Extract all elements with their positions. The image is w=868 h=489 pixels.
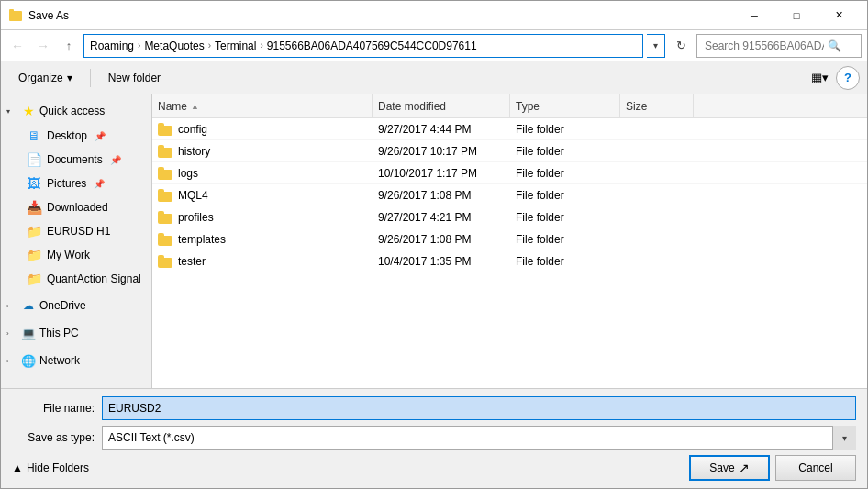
file-cell-size bbox=[620, 250, 694, 272]
hide-folders-label: Hide Folders bbox=[27, 461, 89, 474]
sidebar-item-documents[interactable]: 📄 Documents 📌 bbox=[1, 148, 151, 172]
file-cell-type: File folder bbox=[510, 250, 620, 272]
path-segment-id: 915566BA06ADA407569C544CC0D97611 bbox=[267, 39, 477, 52]
file-cell-date: 9/26/2017 1:08 PM bbox=[373, 228, 510, 250]
address-path[interactable]: Roaming › MetaQuotes › Terminal › 915566… bbox=[83, 34, 643, 58]
sidebar-section-network: › 🌐 Network bbox=[1, 348, 151, 373]
sidebar-label-desktop: Desktop bbox=[47, 129, 87, 142]
file-name-text: MQL4 bbox=[178, 189, 208, 202]
view-button[interactable]: ▦ ▾ bbox=[807, 65, 832, 91]
organize-button[interactable]: Organize ▾ bbox=[8, 65, 83, 91]
sidebar-section-thispc: › 💻 This PC bbox=[1, 320, 151, 346]
path-arrow-2: › bbox=[208, 40, 211, 50]
sidebar-header-quickaccess[interactable]: ▾ ★ Quick access bbox=[1, 98, 151, 124]
thispc-icon: 💻 bbox=[21, 326, 36, 340]
table-row[interactable]: tester 10/4/2017 1:35 PM File folder bbox=[152, 250, 867, 272]
file-name-text: logs bbox=[178, 167, 198, 180]
folder-icon bbox=[158, 123, 172, 136]
filename-input[interactable] bbox=[102, 396, 856, 420]
downloaded-icon: 📥 bbox=[27, 200, 41, 215]
refresh-button[interactable]: ↻ bbox=[669, 34, 693, 58]
column-header-type[interactable]: Type bbox=[510, 94, 620, 117]
path-segment-terminal: Terminal bbox=[215, 39, 256, 52]
sidebar-label-pictures: Pictures bbox=[47, 177, 86, 190]
file-cell-type: File folder bbox=[510, 140, 620, 161]
file-cell-type: File folder bbox=[510, 162, 620, 183]
save-label: Save bbox=[709, 461, 734, 474]
view-arrow-icon: ▾ bbox=[822, 71, 829, 84]
path-segment-metaquotes: MetaQuotes bbox=[144, 39, 204, 52]
filename-label: File name: bbox=[12, 402, 95, 415]
hide-folders-arrow-icon: ▲ bbox=[12, 461, 23, 474]
sidebar-item-desktop[interactable]: 🖥 Desktop 📌 bbox=[1, 124, 151, 148]
cursor-icon: ↗ bbox=[739, 461, 750, 475]
search-icon: 🔍 bbox=[828, 39, 841, 52]
column-header-name[interactable]: Name ▲ bbox=[152, 94, 373, 117]
col-name-label: Name bbox=[158, 100, 187, 113]
forward-button[interactable]: → bbox=[32, 35, 54, 57]
file-cell-name: templates bbox=[152, 228, 373, 250]
sidebar-header-thispc[interactable]: › 💻 This PC bbox=[1, 320, 151, 346]
close-button[interactable]: ✕ bbox=[818, 1, 860, 30]
file-cell-name: MQL4 bbox=[152, 184, 373, 206]
back-button[interactable]: ← bbox=[6, 35, 28, 57]
save-button[interactable]: Save ↗ bbox=[689, 455, 770, 481]
file-name-text: templates bbox=[178, 233, 226, 246]
sidebar-item-quantaction[interactable]: 📁 QuantAction Signal bbox=[1, 267, 151, 291]
file-name-text: tester bbox=[178, 255, 206, 268]
mywork-folder-icon: 📁 bbox=[27, 248, 41, 262]
file-cell-date: 10/10/2017 1:17 PM bbox=[373, 162, 510, 183]
organize-arrow-icon: ▾ bbox=[67, 72, 72, 84]
up-button[interactable]: ↑ bbox=[58, 35, 80, 57]
hide-folders-button[interactable]: ▲ Hide Folders bbox=[12, 461, 684, 474]
window-controls: ─ □ ✕ bbox=[733, 1, 860, 30]
file-cell-name: logs bbox=[152, 162, 373, 183]
new-folder-button[interactable]: New folder bbox=[98, 65, 171, 91]
view-icon: ▦ bbox=[811, 71, 822, 84]
sidebar-item-downloaded[interactable]: 📥 Downloaded bbox=[1, 195, 151, 219]
file-cell-size bbox=[620, 206, 694, 228]
maximize-button[interactable]: □ bbox=[775, 1, 818, 30]
column-header-date[interactable]: Date modified bbox=[373, 94, 510, 117]
folder-icon bbox=[158, 145, 172, 158]
file-name-text: config bbox=[178, 123, 207, 136]
sidebar-label-onedrive: OneDrive bbox=[39, 299, 86, 312]
cancel-button[interactable]: Cancel bbox=[775, 455, 856, 481]
sort-asc-icon: ▲ bbox=[191, 102, 199, 111]
pictures-pin-icon: 📌 bbox=[94, 179, 105, 189]
desktop-icon: 🖥 bbox=[27, 128, 41, 143]
folder-icon bbox=[158, 255, 172, 268]
file-list-header: Name ▲ Date modified Type Size bbox=[152, 94, 867, 118]
search-input[interactable] bbox=[705, 39, 824, 52]
minimize-button[interactable]: ─ bbox=[733, 1, 775, 30]
table-row[interactable]: logs 10/10/2017 1:17 PM File folder bbox=[152, 162, 867, 184]
table-row[interactable]: config 9/27/2017 4:44 PM File folder bbox=[152, 118, 867, 140]
file-cell-date: 10/4/2017 1:35 PM bbox=[373, 250, 510, 272]
quickaccess-arrow-icon: ▾ bbox=[6, 107, 17, 116]
sidebar-section-onedrive: › ☁ OneDrive bbox=[1, 293, 151, 318]
file-cell-size bbox=[620, 162, 694, 183]
sidebar-item-eurusd[interactable]: 📁 EURUSD H1 bbox=[1, 219, 151, 243]
sidebar-header-network[interactable]: › 🌐 Network bbox=[1, 348, 151, 373]
sidebar-item-mywork[interactable]: 📁 My Work bbox=[1, 243, 151, 267]
folder-icon bbox=[158, 189, 172, 202]
help-button[interactable]: ? bbox=[836, 66, 860, 90]
table-row[interactable]: history 9/26/2017 10:17 PM File folder bbox=[152, 140, 867, 162]
file-cell-name: config bbox=[152, 118, 373, 139]
sidebar-label-documents: Documents bbox=[47, 153, 103, 166]
savetype-select[interactable]: ASCII Text (*.csv) bbox=[102, 426, 856, 450]
file-name-text: history bbox=[178, 145, 210, 158]
address-dropdown[interactable]: ▾ bbox=[647, 34, 665, 58]
sidebar-item-pictures[interactable]: 🖼 Pictures 📌 bbox=[1, 172, 151, 195]
file-cell-size bbox=[620, 118, 694, 139]
table-row[interactable]: MQL4 9/26/2017 1:08 PM File folder bbox=[152, 184, 867, 206]
column-header-size[interactable]: Size bbox=[620, 94, 694, 117]
sidebar-header-onedrive[interactable]: › ☁ OneDrive bbox=[1, 293, 151, 318]
file-cell-name: history bbox=[152, 140, 373, 161]
savetype-select-wrapper: ASCII Text (*.csv) ▾ bbox=[102, 426, 856, 450]
file-cell-size bbox=[620, 140, 694, 161]
col-type-label: Type bbox=[516, 100, 540, 113]
table-row[interactable]: templates 9/26/2017 1:08 PM File folder bbox=[152, 228, 867, 250]
table-row[interactable]: profiles 9/27/2017 4:21 PM File folder bbox=[152, 206, 867, 228]
documents-icon: 📄 bbox=[27, 152, 41, 167]
